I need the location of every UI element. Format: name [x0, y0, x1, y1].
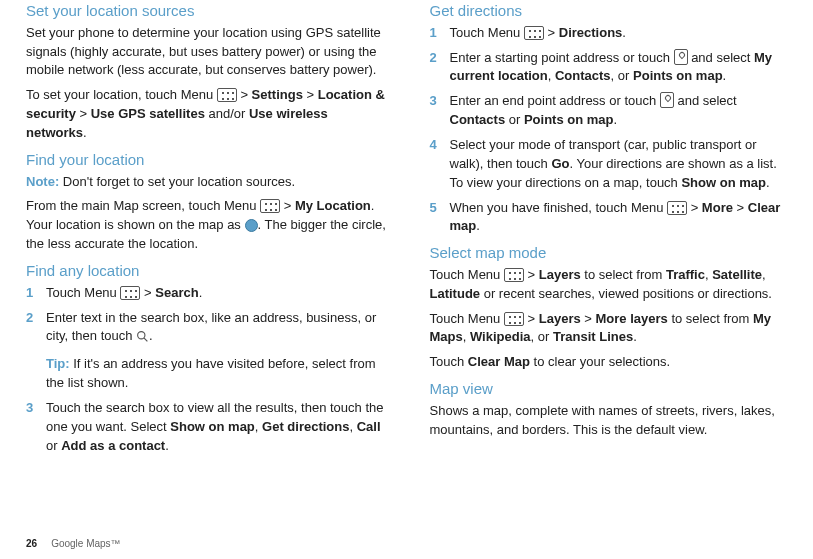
menu-icon: [217, 88, 237, 102]
svg-point-0: [138, 332, 145, 339]
gps-label: Use GPS satellites: [91, 106, 205, 121]
go-label: Go: [551, 156, 569, 171]
directions-label: Directions: [559, 25, 623, 40]
body-text: Shows a map, complete with names of stre…: [430, 402, 794, 440]
settings-label: Settings: [252, 87, 303, 102]
get-directions-label: Get directions: [262, 419, 349, 434]
heading-find-your-location: Find your location: [26, 149, 390, 171]
points-on-map-label: Points on map: [524, 112, 614, 127]
left-column: Set your location sources Set your phone…: [26, 0, 390, 461]
step-item: 5 When you have finished, touch Menu > M…: [430, 199, 794, 237]
step-item: 3 Enter an end point address or touch an…: [430, 92, 794, 130]
body-text: To set your location, touch Menu > Setti…: [26, 86, 390, 143]
page-footer: 26Google Maps™: [26, 537, 793, 560]
step-item: 1 Touch Menu > Directions.: [430, 24, 794, 43]
page-number: 26: [26, 538, 37, 549]
menu-icon: [667, 201, 687, 215]
step-number: 3: [26, 399, 38, 456]
latitude-label: Latitude: [430, 286, 481, 301]
contacts-label: Contacts: [555, 68, 611, 83]
satellite-label: Satellite: [712, 267, 762, 282]
step-number: 4: [430, 136, 442, 193]
heading-map-view: Map view: [430, 378, 794, 400]
location-marker-icon: [660, 92, 674, 108]
points-on-map-label: Points on map: [633, 68, 723, 83]
step-item: 1 Touch Menu > Search.: [26, 284, 390, 303]
menu-icon: [524, 26, 544, 40]
tip-label: Tip:: [46, 356, 70, 371]
step-item: 2 Enter text in the search box, like an …: [26, 309, 390, 393]
step-number: 5: [430, 199, 442, 237]
location-dot-icon: [245, 219, 258, 232]
call-label: Call: [357, 419, 381, 434]
my-location-label: My Location: [295, 198, 371, 213]
contacts-label: Contacts: [450, 112, 506, 127]
step-item: 4 Select your mode of transport (car, pu…: [430, 136, 794, 193]
traffic-label: Traffic: [666, 267, 705, 282]
show-on-map-label: Show on map: [681, 175, 766, 190]
footer-title: Google Maps™: [51, 538, 120, 549]
menu-icon: [504, 268, 524, 282]
heading-set-location-sources: Set your location sources: [26, 0, 390, 22]
body-text: Set your phone to determine your locatio…: [26, 24, 390, 81]
step-number: 2: [26, 309, 38, 393]
steps-list: 1 Touch Menu > Search. 2 Enter text in t…: [26, 284, 390, 456]
heading-get-directions: Get directions: [430, 0, 794, 22]
note-label: Note:: [26, 174, 59, 189]
body-text: Touch Menu > Layers to select from Traff…: [430, 266, 794, 304]
svg-line-1: [144, 339, 147, 342]
heading-find-any-location: Find any location: [26, 260, 390, 282]
location-marker-icon: [674, 49, 688, 65]
menu-icon: [504, 312, 524, 326]
body-text: From the main Map screen, touch Menu > M…: [26, 197, 390, 254]
wikipedia-label: Wikipedia: [470, 329, 531, 344]
add-contact-label: Add as a contact: [61, 438, 165, 453]
layers-label: Layers: [539, 267, 581, 282]
steps-list: 1 Touch Menu > Directions. 2 Enter a sta…: [430, 24, 794, 236]
note-line: Note: Don't forget to set your location …: [26, 173, 390, 192]
more-label: More: [702, 200, 733, 215]
heading-select-map-mode: Select map mode: [430, 242, 794, 264]
step-number: 1: [430, 24, 442, 43]
step-item: 3 Touch the search box to view all the r…: [26, 399, 390, 456]
menu-icon: [120, 286, 140, 300]
step-number: 2: [430, 49, 442, 87]
clear-map-label: Clear Map: [468, 354, 530, 369]
layers-label: Layers: [539, 311, 581, 326]
search-label: Search: [155, 285, 198, 300]
menu-icon: [260, 199, 280, 213]
step-item: 2 Enter a starting point address or touc…: [430, 49, 794, 87]
body-text: Touch Clear Map to clear your selections…: [430, 353, 794, 372]
body-text: Touch Menu > Layers > More layers to sel…: [430, 310, 794, 348]
step-number: 1: [26, 284, 38, 303]
magnifier-icon: [136, 330, 149, 349]
more-layers-label: More layers: [596, 311, 668, 326]
transit-lines-label: Transit Lines: [553, 329, 633, 344]
right-column: Get directions 1 Touch Menu > Directions…: [430, 0, 794, 461]
show-on-map-label: Show on map: [170, 419, 255, 434]
step-number: 3: [430, 92, 442, 130]
tip-line: Tip: If it's an address you have visited…: [46, 355, 390, 393]
